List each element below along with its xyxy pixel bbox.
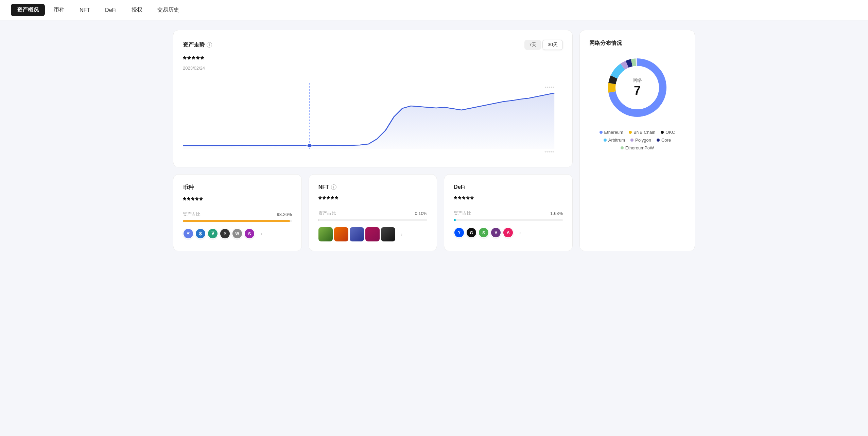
legend-dot-ethereum [600,131,603,134]
legend-dot-core [657,139,660,142]
defi-protocol-5: A [503,227,514,238]
asset-trend-card: 资产走势 i 7天 30天 ***** 2023/02/24 ***** [173,30,573,167]
nav-item-defi[interactable]: DeFi [99,4,123,16]
nav-item-coins[interactable]: 币种 [48,4,71,16]
nav-item-nft[interactable]: NFT [73,4,96,16]
legend-okc: OKC [661,130,675,135]
coins-progress-fill [183,220,290,222]
card-header: 资产走势 i 7天 30天 [183,40,563,50]
nft-chevron-icon[interactable]: › [398,231,405,238]
nft-thumbs-row: › [318,227,428,241]
main-content: 资产走势 i 7天 30天 ***** 2023/02/24 ***** [162,20,706,261]
token-usdt: ₮ [207,228,218,239]
nft-thumb-4 [365,227,380,241]
card-title: 资产走势 i [183,41,212,49]
svg-text:*****: ***** [544,86,555,90]
asset-value: ***** [183,54,563,65]
svg-point-3 [307,144,312,148]
nft-card: NFT i ***** 资产占比 0.10% › [309,174,437,251]
coins-ratio-value: 98.26% [277,212,292,217]
bottom-cards: 币种 ***** 资产占比 98.26% Ξ $ ₮ ✕ W S › [173,174,573,251]
nft-thumb-1 [318,227,333,241]
nft-title: NFT i [318,184,428,190]
defi-protocols-row: Y G S V A › [454,227,563,238]
legend-ethereumpow: EthereumPoW [621,145,654,150]
defi-ratio-label: 资产占比 [454,210,471,216]
token-usdc: $ [195,228,206,239]
token-weth: W [232,228,243,239]
defi-protocol-3: S [478,227,489,238]
defi-protocol-2: G [466,227,477,238]
svg-text:*****: ***** [544,150,555,155]
coins-card: 币种 ***** 资产占比 98.26% Ξ $ ₮ ✕ W S › [173,174,302,251]
defi-protocol-1: Y [454,227,465,238]
defi-progress-bg [454,219,563,221]
token-s: S [244,228,255,239]
legend-dot-okc [661,131,664,134]
legend-bnbchain: BNB Chain [629,130,655,135]
legend-core: Core [657,138,671,143]
defi-progress-fill [454,219,455,221]
trend-info-icon[interactable]: i [207,42,212,48]
legend-dot-arbitrum [604,139,607,142]
coins-title: 币种 [183,184,292,191]
donut-center-label: 网络 [632,77,642,84]
nft-ratio-value: 0.10% [415,211,427,216]
token-x: ✕ [220,228,230,239]
time-buttons: 7天 30天 [524,40,563,50]
nft-thumb-5 [381,227,395,241]
nft-ratio-label: 资产占比 [318,210,336,216]
donut-center-value: 7 [632,84,642,98]
token-eth: Ξ [183,228,194,239]
coins-chevron-icon[interactable]: › [258,230,265,237]
nft-ratio-row: 资产占比 0.10% [318,210,428,216]
coins-ratio-label: 资产占比 [183,211,201,217]
nft-thumb-3 [350,227,364,241]
coins-tokens-row: Ξ $ ₮ ✕ W S › [183,228,292,239]
donut-chart: 网络 7 [589,54,685,122]
defi-protocol-4: V [490,227,501,238]
defi-title: DeFi [454,184,563,190]
coins-progress-bg [183,220,292,222]
main-nav: 资产概况 币种 NFT DeFi 授权 交易历史 [0,0,868,20]
chart-svg: ***** ***** [183,76,563,158]
defi-card: DeFi ***** 资产占比 1.63% Y G S V A › [444,174,573,251]
asset-trend-chart: ***** ***** [183,76,563,158]
legend-polygon: Polygon [630,138,651,143]
time-btn-7d[interactable]: 7天 [524,40,541,50]
nft-value: ***** [318,194,428,205]
nft-info-icon[interactable]: i [331,184,336,190]
nav-item-overview[interactable]: 资产概况 [11,4,45,16]
legend-ethereum: Ethereum [600,130,623,135]
nft-progress-bg [318,219,428,221]
network-legend: Ethereum BNB Chain OKC Arbitrum Polygon … [589,130,685,150]
asset-date: 2023/02/24 [183,66,563,71]
defi-ratio-value: 1.63% [550,211,563,216]
defi-ratio-row: 资产占比 1.63% [454,210,563,216]
nft-thumb-2 [334,227,348,241]
defi-value: ***** [454,194,563,205]
coins-value: ***** [183,195,292,206]
nav-item-auth[interactable]: 授权 [125,4,149,16]
network-title: 网络分布情况 [589,40,685,47]
legend-dot-polygon [630,139,633,142]
time-btn-30d[interactable]: 30天 [542,40,563,50]
coins-ratio-row: 资产占比 98.26% [183,211,292,217]
legend-dot-ethereumpow [621,146,624,149]
defi-chevron-icon[interactable]: › [516,229,524,236]
network-distribution-card: 网络分布情况 [579,30,695,251]
legend-dot-bnb [629,131,632,134]
nav-item-history[interactable]: 交易历史 [151,4,185,16]
legend-arbitrum: Arbitrum [604,138,625,143]
